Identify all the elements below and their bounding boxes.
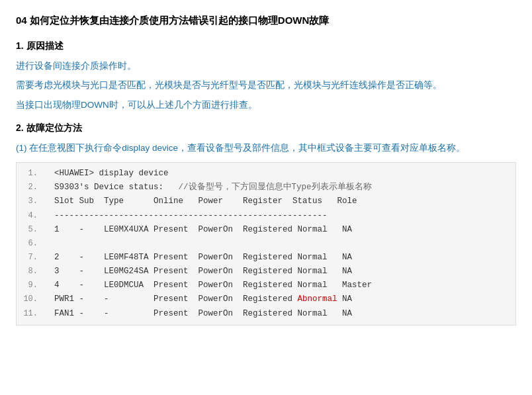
section2: 2. 故障定位方法 (1) 在任意视图下执行命令display device，查… [16,122,516,325]
code-line: 3. Slot Sub Type Online Power Register S… [17,195,515,208]
section1: 1. 原因描述 进行设备间连接介质操作时。 需要考虑光模块与光口是否匹配，光模块… [16,40,516,112]
section1-para1: 进行设备间连接介质操作时。 [16,59,516,73]
code-line: 2. S9303's Device status: //设备型号，下方回显信息中… [17,181,515,195]
section1-para2: 需要考虑光模块与光口是否匹配，光模块是否与光纤型号是否匹配，光模块与光纤连线操作… [16,78,516,93]
code-line: 11. FAN1 - - Present PowerOn Registered … [17,307,515,321]
code-line: 6. [17,237,515,250]
code-line: 4. -------------------------------------… [17,209,515,223]
code-line: 10. PWR1 - - Present PowerOn Registered … [17,292,515,306]
section2-subpara: (1) 在任意视图下执行命令display device，查看设备型号及部件信息… [16,141,516,155]
code-line: 5. 1 - LE0MX4UXA Present PowerOn Registe… [17,223,515,237]
section1-heading: 1. 原因描述 [16,40,516,52]
code-line: 8. 3 - LE0MG24SA Present PowerOn Registe… [17,265,515,279]
code-line: 1. <HUAWEI> display device [17,167,515,181]
code-line: 9. 4 - LE0DMCUA Present PowerOn Register… [17,279,515,292]
page-title: 04 如何定位并恢复由连接介质使用方法错误引起的接口物理DOWN故障 [16,13,516,28]
code-line: 7. 2 - LE0MF48TA Present PowerOn Registe… [17,251,515,265]
section1-para3: 当接口出现物理DOWN时，可以从上述几个方面进行排查。 [16,98,516,112]
code-block: 1. <HUAWEI> display device2. S9303's Dev… [16,162,516,326]
section2-heading: 2. 故障定位方法 [16,122,516,134]
